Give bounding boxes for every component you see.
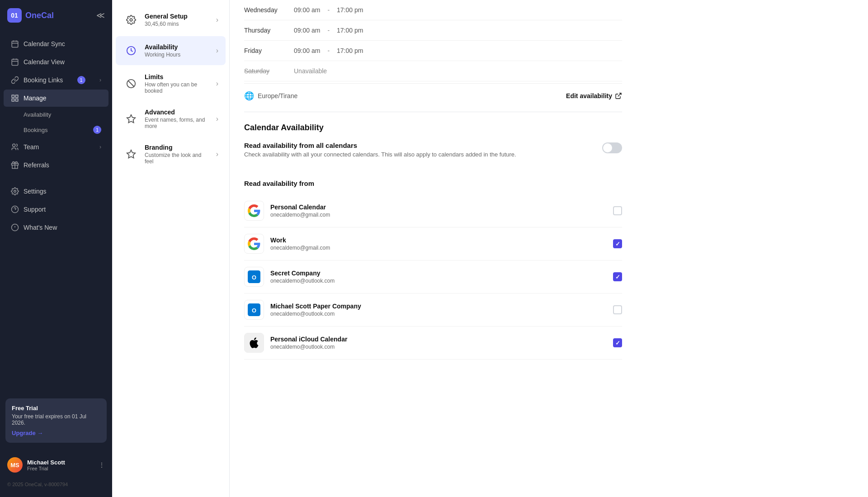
svg-text:O: O — [252, 274, 256, 281]
sidebar: 01 OneCal ≪ Calendar Sync Calendar View … — [0, 0, 112, 497]
cal-checkbox[interactable] — [613, 305, 622, 314]
cal-name: Personal iCloud Calendar — [270, 336, 613, 343]
google-icon — [248, 204, 260, 217]
cal-email: onecaldemo@gmail.com — [270, 245, 613, 251]
cal-name: Michael Scott Paper Company — [270, 303, 613, 310]
cal-icon-wrapper — [244, 333, 264, 353]
arrow-icon: › — [216, 115, 218, 123]
menu-item-limits[interactable]: Limits How often you can be booked › — [116, 67, 226, 100]
calendar-view-icon — [11, 58, 19, 66]
read-all-toggle[interactable] — [602, 142, 622, 153]
timezone-label: Europe/Tirane — [258, 92, 297, 99]
cal-checkbox[interactable] — [613, 272, 622, 281]
user-info: Michael Scott Free Trial — [27, 459, 94, 471]
schedule-dash: - — [327, 47, 330, 54]
cal-email: onecaldemo@outlook.com — [270, 311, 613, 317]
chevron-icon: › — [99, 144, 101, 150]
schedule-day: Friday — [244, 47, 294, 54]
arrow-icon: › — [216, 80, 218, 88]
schedule-row: Saturday Unavailable — [244, 61, 622, 81]
collapse-button[interactable]: ≪ — [96, 10, 105, 20]
limits-text: Limits How often you can be booked — [145, 73, 211, 94]
read-all-toggle-row: Read availability from all calendars Che… — [244, 142, 622, 169]
schedule-row: Thursday 09:00 am - 17:00 pm — [244, 20, 622, 41]
logo: 01 OneCal — [7, 8, 54, 23]
limits-icon — [126, 79, 136, 89]
cal-info: Secret Company onecaldemo@outlook.com — [270, 270, 613, 284]
cal-checkbox[interactable] — [613, 338, 622, 347]
section-title: Calendar Availability — [244, 123, 622, 133]
branding-text: Branding Customize the look and feel — [145, 144, 211, 165]
menu-item-subtitle: Customize the look and feel — [145, 152, 211, 165]
sidebar-item-whats-new[interactable]: What's New — [4, 219, 108, 236]
svg-rect-10 — [12, 99, 14, 101]
sidebar-item-support[interactable]: Support — [4, 201, 108, 218]
cal-checkbox[interactable] — [613, 206, 622, 215]
schedule-start: 09:00 am — [294, 27, 320, 34]
chevron-icon: › — [99, 77, 101, 83]
outlook-icon: O — [248, 303, 260, 316]
schedule-day: Saturday — [244, 67, 294, 75]
cal-checkbox[interactable] — [613, 239, 622, 248]
outlook-icon: O — [248, 270, 260, 283]
menu-item-subtitle: Event names, forms, and more — [145, 117, 211, 129]
schedule-dash: - — [327, 27, 330, 34]
sidebar-item-label: Calendar Sync — [24, 40, 65, 47]
user-more-button[interactable]: ⋮ — [99, 461, 105, 469]
unavailable-label: Unavailable — [294, 67, 327, 75]
free-trial-box: Free Trial Your free trial expires on 01… — [5, 398, 107, 443]
calendar-item: O Secret Company onecaldemo@outlook.com — [244, 260, 622, 293]
team-icon — [11, 143, 19, 151]
menu-item-general-setup[interactable]: General Setup 30,45,60 mins › — [116, 5, 226, 34]
calendar-item: Work onecaldemo@gmail.com — [244, 227, 622, 260]
support-icon — [11, 205, 19, 213]
sidebar-item-calendar-sync[interactable]: Calendar Sync — [4, 35, 108, 52]
advanced-icon-wrapper — [123, 111, 139, 127]
manage-icon — [11, 94, 19, 102]
content-inner: Wednesday 09:00 am - 17:00 pm Thursday 0… — [230, 0, 637, 378]
timezone-left: 🌐 Europe/Tirane — [244, 91, 297, 101]
menu-item-title: General Setup — [145, 13, 211, 20]
menu-item-title: Branding — [145, 144, 211, 151]
sidebar-item-settings[interactable]: Settings — [4, 183, 108, 200]
sidebar-item-calendar-view[interactable]: Calendar View — [4, 53, 108, 71]
svg-rect-11 — [16, 99, 18, 101]
cal-info: Personal Calendar onecaldemo@gmail.com — [270, 204, 613, 218]
user-plan: Free Trial — [27, 466, 94, 471]
menu-item-branding[interactable]: Branding Customize the look and feel › — [116, 137, 226, 171]
advanced-icon — [126, 114, 136, 124]
svg-text:O: O — [252, 307, 256, 314]
cal-name: Secret Company — [270, 270, 613, 277]
user-row[interactable]: MS Michael Scott Free Trial ⋮ — [0, 452, 112, 478]
google-icon — [248, 237, 260, 250]
logo-number: 01 — [11, 12, 18, 19]
menu-item-advanced[interactable]: Advanced Event names, forms, and more › — [116, 102, 226, 136]
menu-item-title: Advanced — [145, 109, 211, 116]
logo-text: OneCal — [25, 11, 54, 20]
svg-line-27 — [618, 93, 621, 96]
branding-icon-wrapper — [123, 146, 139, 162]
menu-item-availability[interactable]: Availability Working Hours › — [116, 36, 226, 65]
cal-name: Work — [270, 237, 613, 244]
sidebar-item-team[interactable]: Team › — [4, 138, 108, 156]
svg-point-21 — [130, 19, 132, 21]
menu-item-subtitle: How often you can be booked — [145, 81, 211, 94]
sidebar-item-referrals[interactable]: Referrals — [4, 156, 108, 174]
sidebar-item-booking-links[interactable]: Booking Links 1 › — [4, 71, 108, 89]
cal-icon-wrapper — [244, 201, 264, 221]
upgrade-button[interactable]: Upgrade → — [12, 430, 43, 436]
menu-item-subtitle: 30,45,60 mins — [145, 21, 211, 27]
read-all-header: Read availability from all calendars — [244, 142, 516, 149]
sidebar-item-manage[interactable]: Manage — [4, 90, 108, 107]
link-icon — [11, 76, 19, 84]
schedule-day: Wednesday — [244, 6, 294, 14]
svg-marker-26 — [127, 150, 135, 158]
read-all-subtext: Check availability with all your connect… — [244, 151, 516, 158]
svg-line-24 — [128, 81, 134, 87]
sidebar-item-label: Calendar View — [24, 58, 65, 66]
sidebar-sub-availability[interactable]: Availability — [4, 108, 108, 122]
sidebar-bottom: MS Michael Scott Free Trial ⋮ © 2025 One… — [0, 448, 112, 497]
sidebar-sub-bookings[interactable]: Bookings 1 — [4, 122, 108, 137]
edit-availability-button[interactable]: Edit availability — [566, 92, 622, 99]
free-trial-title: Free Trial — [12, 405, 100, 412]
